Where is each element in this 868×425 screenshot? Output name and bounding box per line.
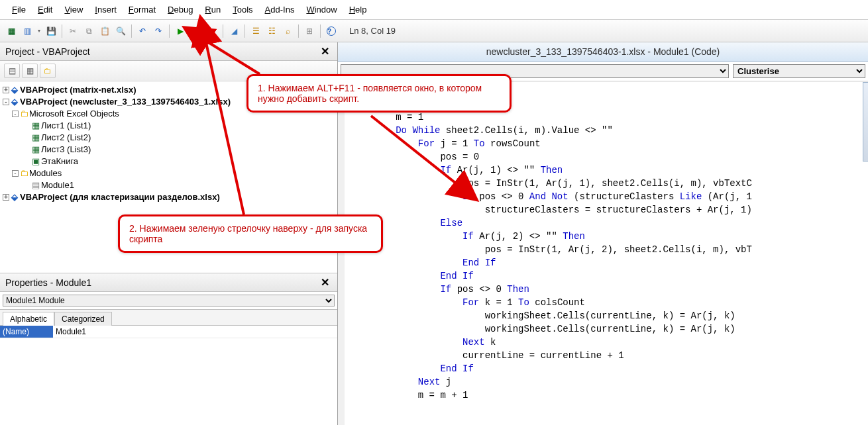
menu-run[interactable]: Run	[199, 3, 226, 17]
undo-button[interactable]: ↶	[135, 24, 150, 38]
tree-node[interactable]: ▦ Лист2 (List2)	[3, 132, 337, 144]
menu-help[interactable]: Help	[344, 3, 372, 17]
view-code-button[interactable]: ▤	[4, 64, 20, 78]
close-icon[interactable]: ✕	[318, 276, 332, 289]
annotation-callout-1: 1. Нажимаем ALT+F11 - появляется окно, в…	[246, 74, 512, 113]
project-pane-title: Project - VBAProject ✕	[0, 42, 337, 61]
help-button[interactable]: ?	[324, 24, 339, 38]
tree-node[interactable]: ▦ Лист3 (List3)	[3, 144, 337, 156]
properties-tabs: Alphabetic Categorized	[0, 310, 337, 326]
redo-button[interactable]: ↷	[151, 24, 166, 38]
reset-button[interactable]: ■	[205, 24, 219, 38]
tab-categorized[interactable]: Categorized	[54, 312, 112, 326]
insert-dropdown[interactable]: ▾	[36, 28, 42, 34]
cut-button[interactable]: ✂	[66, 24, 80, 38]
annotation-callout-2: 2. Нажимаем зеленую стрелочку наверху - …	[118, 214, 383, 253]
view-object-button[interactable]: ▦	[22, 64, 38, 78]
code-window-title: newcluster_3_133_1397546403-1.xlsx - Mod…	[338, 42, 868, 62]
tree-node[interactable]: ▤ Module1	[3, 179, 337, 191]
excel-icon[interactable]: ▦	[4, 24, 19, 38]
properties-title-text: Properties - Module1	[5, 277, 91, 288]
properties-pane-title: Properties - Module1 ✕	[0, 273, 337, 292]
properties-grid: (Name) Module1	[0, 326, 337, 425]
copy-button[interactable]: ⧉	[81, 24, 96, 38]
menu-format[interactable]: Format	[123, 3, 161, 17]
break-button[interactable]: Ⅱ	[189, 24, 203, 38]
procedure-selector[interactable]: Clusterise	[733, 64, 865, 78]
property-value-cell[interactable]: Module1	[53, 326, 337, 338]
design-mode-button[interactable]: ◢	[227, 24, 241, 38]
menu-file[interactable]: File	[7, 3, 31, 17]
project-pane-title-text: Project - VBAProject	[5, 46, 90, 57]
menu-debug[interactable]: Debug	[162, 3, 198, 17]
menu-view[interactable]: View	[59, 3, 88, 17]
object-dropdown[interactable]: Module1 Module	[3, 295, 335, 307]
save-button[interactable]: 💾	[44, 24, 58, 38]
run-button[interactable]: ▶	[173, 24, 188, 38]
cursor-position: Ln 8, Col 19	[343, 24, 402, 37]
tree-node[interactable]: ▣ ЭтаКнига	[3, 156, 337, 167]
menu-insert[interactable]: Insert	[89, 3, 122, 17]
tree-node[interactable]: - 🗀 Modules	[3, 167, 337, 179]
menu-window[interactable]: Window	[301, 3, 342, 17]
tree-node[interactable]: + ⬙ VBAProject (для кластеризации раздел…	[3, 191, 337, 203]
properties-object-selector[interactable]: Module1 Module	[0, 292, 337, 310]
object-browser-button[interactable]: ⌕	[280, 24, 295, 38]
property-row[interactable]: (Name) Module1	[0, 326, 337, 338]
main-toolbar: ▦ ▥ ▾ 💾 ✂ ⧉ 📋 🔍 ↶ ↷ ▶ Ⅱ ■ ◢ ☰ ☷ ⌕ ⊞ ? Ln…	[0, 20, 868, 42]
find-button[interactable]: 🔍	[113, 24, 128, 38]
menu-edit[interactable]: Edit	[32, 3, 58, 17]
menu-bar: FileEditViewInsertFormatDebugRunToolsAdd…	[0, 0, 868, 20]
property-name-cell: (Name)	[0, 326, 53, 338]
paste-button[interactable]: 📋	[97, 24, 112, 38]
menu-tools[interactable]: Tools	[227, 3, 258, 17]
project-explorer-button[interactable]: ☰	[248, 24, 263, 38]
properties-pane: Properties - Module1 ✕ Module1 Module Al…	[0, 273, 337, 425]
tree-node[interactable]: ▦ Лист1 (List1)	[3, 120, 337, 132]
tab-alphabetic[interactable]: Alphabetic	[3, 312, 54, 326]
toolbox-button[interactable]: ⊞	[302, 24, 317, 38]
toggle-folders-button[interactable]: 🗀	[40, 64, 56, 78]
close-icon[interactable]: ✕	[318, 45, 332, 58]
menu-add-ins[interactable]: Add-Ins	[260, 3, 300, 17]
code-editor[interactable]: etNum = workingSheetNum + 1 currentLine …	[338, 81, 868, 425]
insert-module-button[interactable]: ▥	[20, 24, 34, 38]
scrollbar[interactable]	[863, 82, 868, 162]
properties-window-button[interactable]: ☷	[264, 24, 279, 38]
